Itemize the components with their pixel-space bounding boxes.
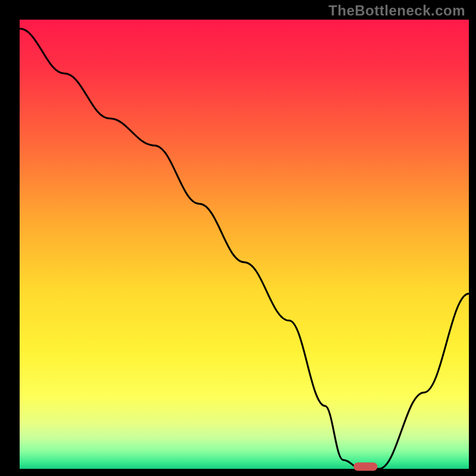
bottleneck-chart: TheBottleneck.com (0, 0, 476, 476)
optimal-marker (353, 462, 377, 471)
watermark-text: TheBottleneck.com (328, 2, 465, 19)
gradient-background (20, 20, 469, 469)
chart-canvas (0, 0, 476, 476)
